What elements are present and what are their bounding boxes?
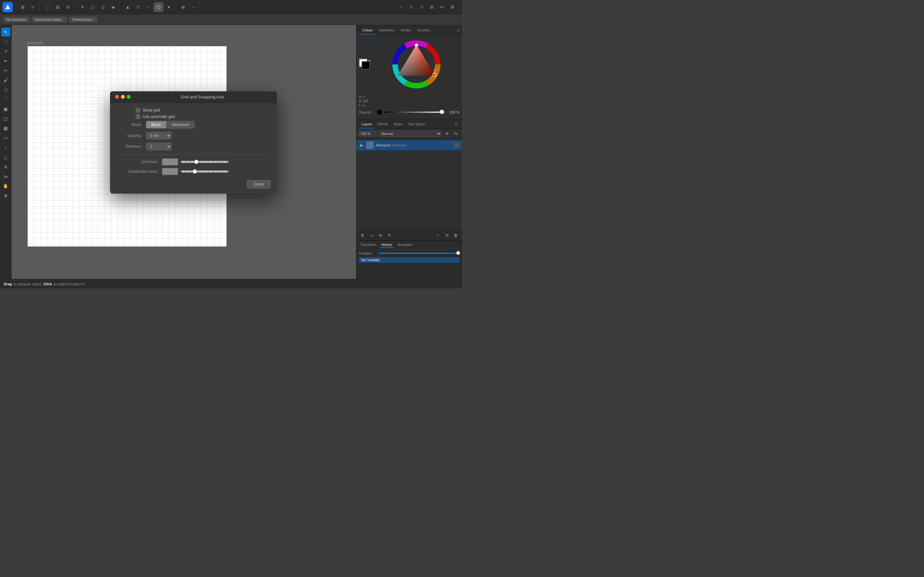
edit-path-btn[interactable]: ⬡ (88, 2, 97, 12)
select-all-btn[interactable]: ⬚ (43, 2, 52, 12)
polygon-tool[interactable]: △ (1, 153, 10, 161)
layers-icon[interactable]: ⊞ (359, 232, 366, 239)
fill-btn[interactable]: ▲ (123, 2, 132, 12)
layer-item[interactable]: ▶ Artboard1 (Artboard) (357, 140, 462, 150)
add-layer-icon[interactable]: + (435, 232, 441, 239)
subselect-tool[interactable]: ↗ (1, 47, 10, 56)
opacity-slider[interactable] (384, 111, 445, 113)
pixel-btn[interactable]: ◈ (108, 2, 118, 12)
formula-icon[interactable]: fx (386, 232, 393, 239)
vector-paint-tool[interactable]: ⬡ (1, 85, 10, 94)
dialog-title: Grid and Snapping Axis (133, 95, 272, 99)
grid-lines-swatch[interactable] (162, 158, 178, 165)
spacing-select[interactable]: 0 cm 1 cm 2 cm (146, 132, 172, 139)
file-tools: ⊞ ⤢ (17, 2, 39, 12)
text-tool[interactable]: A (1, 162, 10, 171)
publish-btn[interactable]: ⊛ (427, 2, 437, 12)
dialog-maximize-light[interactable] (127, 95, 131, 99)
layer-settings-icon[interactable]: ⚙ (443, 130, 451, 137)
node-tool[interactable]: ⬚ (1, 37, 10, 46)
tab-text-styles[interactable]: Text Styles (405, 120, 427, 129)
dialog-close-btn[interactable]: Close (247, 180, 270, 189)
position-slider[interactable] (379, 253, 459, 254)
tab-layers[interactable]: Layers (359, 120, 375, 129)
rectangle-tool[interactable]: ▭ (1, 133, 10, 142)
smear-tool[interactable]: ⌒ (1, 95, 10, 104)
settings-btn[interactable]: ⚙ (447, 2, 457, 12)
history-item[interactable]: Set Visibility (359, 257, 459, 263)
dialog-close-light[interactable] (115, 95, 119, 99)
artboard-icon[interactable]: ▭ (368, 232, 375, 239)
tab-brushes[interactable]: Brushes (414, 26, 433, 35)
basic-mode-btn[interactable]: Basic (146, 121, 166, 129)
fill-tool-left[interactable]: ▣ (1, 105, 10, 113)
position-thumb (456, 251, 460, 255)
gradient-tool-left[interactable]: ◫ (1, 114, 10, 123)
tab-swatches[interactable]: Swatches (376, 26, 397, 35)
tab-stroke[interactable]: Stroke (397, 26, 414, 35)
tab-styles[interactable]: Styles (391, 120, 405, 129)
snap-options-btn[interactable]: → (189, 2, 198, 12)
context-toolbar: No Selection Document Setup... Preferenc… (0, 14, 462, 25)
grid-snapping-dialog: Grid and Snapping Axis Show grid Use aut… (110, 91, 277, 193)
warp-btn[interactable]: ⟨⟩ (98, 2, 108, 12)
pen-btn[interactable]: ✎ (78, 2, 87, 12)
subdivision-lines-opacity-track[interactable] (181, 170, 229, 173)
auto-grid-checkbox[interactable] (136, 114, 140, 119)
snap-tools: ⊕ → (177, 2, 200, 12)
advanced-mode-btn[interactable]: Advanced (166, 121, 194, 129)
layer-lock-icon[interactable] (454, 143, 459, 148)
background-swatch[interactable] (362, 61, 370, 69)
divisions-row: Divisions: 1 2 4 (116, 143, 270, 150)
brush-tool[interactable]: 🖌 (1, 76, 10, 85)
layers-menu-icon[interactable]: ≡ (452, 121, 459, 128)
divisions-select[interactable]: 1 2 4 (146, 143, 172, 150)
tab-effects[interactable]: Effects (375, 120, 391, 129)
arrange-btn[interactable]: ⊞ (53, 2, 63, 12)
gradient-btn[interactable]: ▽ (133, 2, 143, 12)
duplicate-icon[interactable]: ⧉ (443, 232, 451, 239)
snap-btn[interactable]: ⊕ (178, 2, 188, 12)
delete-layer-icon[interactable]: 🗑 (452, 232, 459, 239)
eyedropper-tool[interactable]: ⌲ (1, 172, 10, 181)
swap-colors-icon[interactable]: ⇄ (368, 59, 371, 62)
no-selection-btn[interactable]: No Selection (3, 17, 29, 23)
export-btn[interactable]: ⤢ (417, 2, 426, 12)
blend-mode-select[interactable]: Normal Multiply Screen (379, 131, 441, 137)
document-setup-btn[interactable]: Document Setup... (31, 17, 67, 23)
mask-icon[interactable]: ⊗ (377, 232, 384, 239)
history-btn[interactable]: ↩ (437, 2, 447, 12)
subdivision-lines-swatch[interactable] (162, 168, 178, 175)
tab-history[interactable]: History (380, 242, 394, 248)
grid-view-btn[interactable]: ⊞ (18, 2, 27, 12)
layers-opacity-input[interactable] (359, 131, 376, 137)
active-tool-btn[interactable]: ⬡ (153, 2, 163, 12)
zoom-btn[interactable]: ○ (396, 2, 406, 12)
share-out-btn[interactable]: ⤡ (407, 2, 416, 12)
transform-btn[interactable]: ↺ (63, 2, 73, 12)
show-grid-checkbox[interactable] (136, 108, 140, 113)
share-btn[interactable]: ⤢ (28, 2, 38, 12)
panel-menu-icon[interactable]: ≡ (457, 28, 459, 33)
hsl-values: H: 0 S: 100 L: 0 (357, 94, 462, 108)
transparency-left[interactable]: ▦ (1, 124, 10, 133)
colour-wheel[interactable] (391, 39, 442, 90)
opacity-label: Opacity (359, 110, 375, 114)
layer-visibility-icon[interactable]: ▶ (359, 143, 364, 148)
tab-transform[interactable]: Transform (359, 242, 378, 248)
tab-colour[interactable]: Colour (359, 26, 376, 35)
dialog-minimize-light[interactable] (121, 95, 125, 99)
ellipse-tool[interactable]: ○ (1, 143, 10, 152)
pen-tool[interactable]: ✒ (1, 56, 10, 65)
colour-panel-tabs: Colour Swatches Stroke Brushes ≡ (357, 25, 462, 35)
grid-lines-opacity-track[interactable] (181, 161, 229, 163)
zoom-tool[interactable]: ⊕ (1, 191, 10, 200)
tab-navigator[interactable]: Navigator (396, 242, 414, 248)
layer-fx-icon[interactable]: fx (452, 130, 459, 137)
extra-tool-btn[interactable]: ▾ (164, 2, 174, 12)
pan-tool[interactable]: ✋ (1, 181, 10, 190)
pointer-tool[interactable]: ↖ (1, 27, 10, 37)
pencil-tool[interactable]: ✏ (1, 66, 10, 75)
transparency-btn[interactable]: ⬦ (144, 2, 153, 12)
preferences-btn[interactable]: Preferences... (69, 17, 97, 23)
